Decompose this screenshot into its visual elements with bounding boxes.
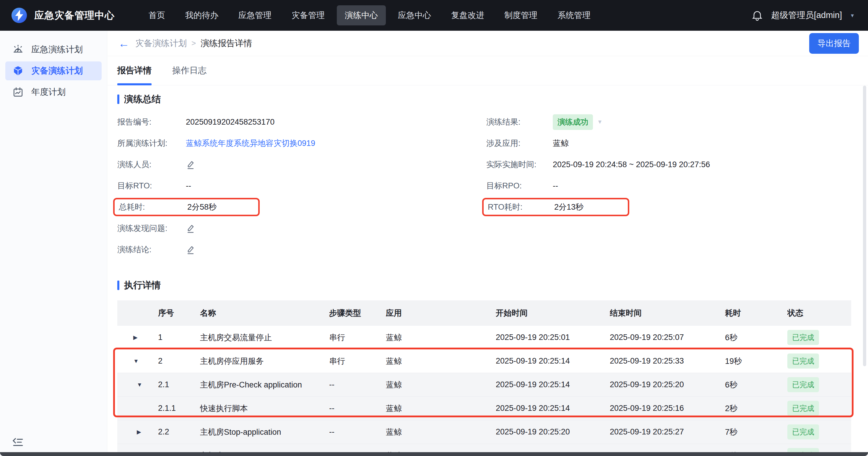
back-arrow-icon[interactable]: ← bbox=[118, 38, 129, 49]
chevron-down-icon[interactable]: ▾ bbox=[851, 12, 854, 19]
table-row[interactable]: ▶1主机房交易流量停止串行蓝鲸2025-09-19 20:25:012025-0… bbox=[117, 326, 851, 349]
field-value: 蓝鲸 bbox=[553, 138, 569, 149]
row-name: 主机房Stop-application bbox=[200, 427, 329, 437]
row-end-time: 2025-09-19 20:25:27 bbox=[610, 427, 725, 436]
table-header-cell: 耗时 bbox=[725, 308, 787, 318]
nav-item-1[interactable]: 首页 bbox=[141, 5, 173, 25]
summary-field-row: 涉及应用:蓝鲸 bbox=[486, 133, 851, 154]
breadcrumb-link[interactable]: 灾备演练计划 bbox=[135, 37, 187, 49]
vertical-scrollbar[interactable] bbox=[863, 86, 866, 366]
field-value: 2025-09-19 20:24:58 ~ 2025-09-19 20:27:5… bbox=[553, 160, 710, 169]
window-bottom-edge bbox=[0, 452, 868, 456]
sidebar-item-label: 应急演练计划 bbox=[31, 44, 83, 56]
summary-field-row: 总耗时:2分58秒 bbox=[117, 196, 486, 218]
row-seq: 2.1 bbox=[158, 380, 200, 389]
sidebar-item-1[interactable]: 应急演练计划 bbox=[5, 40, 102, 59]
page-body: 演练总结 报告编号:20250919202458253170所属演练计划:蓝鲸系… bbox=[107, 93, 868, 456]
collapse-row-icon[interactable]: ▼ bbox=[117, 358, 158, 364]
row-end-time: 2025-09-19 20:25:07 bbox=[610, 333, 725, 342]
summary-title-text: 演练总结 bbox=[124, 93, 161, 105]
row-name: 主机房Pre-Check application bbox=[200, 380, 329, 390]
nav-item-8[interactable]: 制度管理 bbox=[496, 5, 546, 25]
nav-item-6[interactable]: 应急中心 bbox=[390, 5, 439, 25]
alarm-icon bbox=[12, 44, 24, 55]
section-bar bbox=[117, 281, 119, 290]
field-label: 演练发现问题: bbox=[117, 223, 186, 234]
execution-table: 序号名称步骤类型应用开始时间结束时间耗时状态▶1主机房交易流量停止串行蓝鲸202… bbox=[117, 300, 851, 456]
app-logo-icon bbox=[11, 7, 28, 24]
execution-section-title: 执行详情 bbox=[117, 279, 851, 292]
field-label: 目标RPO: bbox=[486, 181, 553, 191]
summary-field-row: RTO耗时:2分13秒 bbox=[486, 196, 851, 218]
export-report-button[interactable]: 导出报告 bbox=[809, 33, 859, 54]
table-row[interactable]: 2.1.1快速执行脚本--蓝鲸2025-09-19 20:25:142025-0… bbox=[117, 397, 851, 420]
status-badge: 已完成 bbox=[787, 354, 819, 368]
table-header-cell: 结束时间 bbox=[610, 308, 725, 318]
nav-item-2[interactable]: 我的待办 bbox=[177, 5, 226, 25]
table-row[interactable]: ▶2.2主机房Stop-application--蓝鲸2025-09-19 20… bbox=[117, 420, 851, 444]
expand-row-icon[interactable]: ▶ bbox=[117, 334, 158, 341]
status-badge: 已完成 bbox=[787, 377, 819, 392]
expand-row-icon[interactable]: ▶ bbox=[117, 428, 158, 435]
summary-field-row: 目标RTO:-- bbox=[117, 175, 486, 196]
nav-item-7[interactable]: 复盘改进 bbox=[443, 5, 492, 25]
sidebar-item-2[interactable]: 灾备演练计划 bbox=[5, 61, 102, 80]
summary-field-row: 演练结论: bbox=[117, 239, 486, 260]
row-step-type: -- bbox=[329, 404, 386, 413]
table-header-cell: 应用 bbox=[386, 308, 496, 318]
table-row[interactable]: ▼2.1主机房Pre-Check application--蓝鲸2025-09-… bbox=[117, 373, 851, 397]
dropdown-caret-icon[interactable]: ▼ bbox=[597, 119, 603, 125]
calendar-icon bbox=[12, 87, 24, 98]
notification-bell-icon[interactable] bbox=[752, 9, 763, 21]
summary-fields: 报告编号:20250919202458253170所属演练计划:蓝鲸系统年度系统… bbox=[117, 111, 851, 260]
tab-report-detail[interactable]: 报告详情 bbox=[117, 56, 152, 85]
nav-item-5[interactable]: 演练中心 bbox=[337, 5, 386, 25]
row-app: 蓝鲸 bbox=[386, 356, 496, 366]
sidebar-item-3[interactable]: 年度计划 bbox=[5, 83, 102, 102]
row-app: 蓝鲸 bbox=[386, 332, 496, 343]
nav-item-9[interactable]: 系统管理 bbox=[550, 5, 598, 25]
status-badge: 已完成 bbox=[787, 401, 819, 416]
summary-field-row: 实际实施时间:2025-09-19 20:24:58 ~ 2025-09-19 … bbox=[486, 154, 851, 175]
summary-section-title: 演练总结 bbox=[117, 93, 851, 105]
app-window: 应急灾备管理中心 首页我的待办应急管理灾备管理演练中心应急中心复盘改进制度管理系… bbox=[0, 0, 868, 456]
collapse-sidebar-icon[interactable] bbox=[12, 436, 24, 447]
row-name: 快速执行脚本 bbox=[200, 403, 329, 414]
table-header-cell: 状态 bbox=[787, 308, 851, 318]
row-start-time: 2025-09-19 20:25:20 bbox=[496, 427, 610, 436]
field-label: 目标RTO: bbox=[117, 181, 186, 191]
plan-link[interactable]: 蓝鲸系统年度系统异地容灾切换0919 bbox=[186, 138, 315, 149]
field-label: 实际实施时间: bbox=[486, 159, 553, 170]
row-seq: 2.2 bbox=[158, 427, 200, 436]
edit-icon[interactable] bbox=[186, 223, 195, 233]
row-end-time: 2025-09-19 20:25:33 bbox=[610, 356, 725, 366]
row-seq: 1 bbox=[158, 333, 200, 342]
row-status: 已完成 bbox=[787, 330, 851, 345]
table-row[interactable]: ▼2主机房停应用服务串行蓝鲸2025-09-19 20:25:142025-09… bbox=[117, 349, 851, 373]
row-status: 已完成 bbox=[787, 354, 851, 368]
field-label: 演练结果: bbox=[486, 117, 553, 127]
edit-icon[interactable] bbox=[186, 160, 195, 169]
table-header-cell: 步骤类型 bbox=[329, 308, 386, 318]
sidebar: 应急演练计划灾备演练计划年度计划 bbox=[0, 31, 107, 456]
summary-field-row: 演练人员: bbox=[117, 154, 486, 175]
table-header-cell: 序号 bbox=[158, 308, 200, 318]
field-value: 20250919202458253170 bbox=[186, 118, 275, 127]
nav-item-3[interactable]: 应急管理 bbox=[230, 5, 279, 25]
field-label: 演练人员: bbox=[117, 159, 186, 170]
row-end-time: 2025-09-19 20:25:16 bbox=[610, 404, 725, 413]
result-status-badge[interactable]: 演练成功 bbox=[553, 114, 593, 130]
row-duration: 2秒 bbox=[725, 403, 787, 414]
row-start-time: 2025-09-19 20:25:14 bbox=[496, 404, 610, 413]
row-name: 主机房交易流量停止 bbox=[200, 332, 329, 343]
edit-icon[interactable] bbox=[186, 245, 195, 255]
table-header-row: 序号名称步骤类型应用开始时间结束时间耗时状态 bbox=[117, 300, 851, 326]
user-menu[interactable]: 超级管理员[admin] bbox=[771, 9, 842, 21]
summary-field-row: 演练结果:演练成功▼ bbox=[486, 111, 851, 133]
tab-operation-log[interactable]: 操作日志 bbox=[172, 56, 207, 85]
field-value: 2分13秒 bbox=[554, 202, 584, 213]
collapse-row-icon[interactable]: ▼ bbox=[117, 382, 158, 388]
nav-item-4[interactable]: 灾备管理 bbox=[284, 5, 333, 25]
row-status: 已完成 bbox=[787, 377, 851, 392]
row-app: 蓝鲸 bbox=[386, 403, 496, 414]
